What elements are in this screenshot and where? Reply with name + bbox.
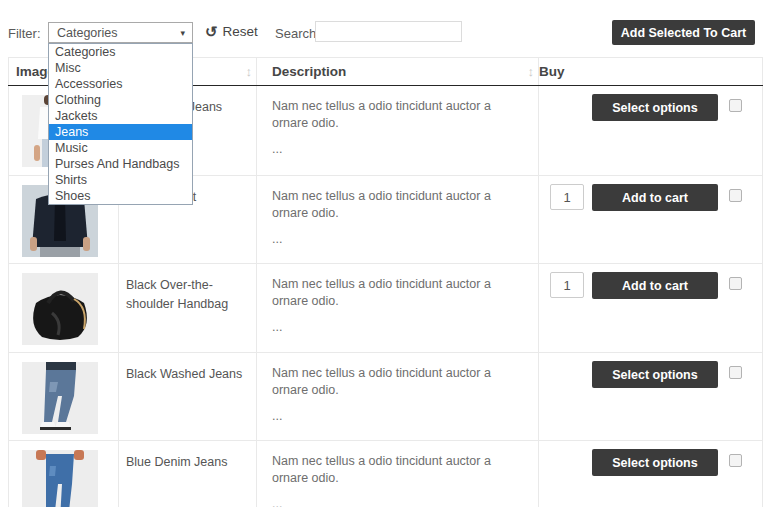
product-description: Nam nec tellus a odio tincidunt auctor a… bbox=[257, 264, 539, 353]
quantity-input[interactable] bbox=[550, 272, 584, 298]
select-product-checkbox[interactable] bbox=[729, 189, 742, 202]
dropdown-option-purses-and-handbags[interactable]: Purses And Handbags bbox=[49, 156, 192, 172]
select-product-checkbox[interactable] bbox=[729, 366, 742, 379]
buy-cell: Select options bbox=[539, 441, 763, 507]
select-options-button[interactable]: Select options bbox=[592, 94, 718, 121]
category-filter-select[interactable]: Categories ▾ bbox=[48, 22, 193, 43]
dropdown-option-shirts[interactable]: Shirts bbox=[49, 172, 192, 188]
product-image-cell bbox=[9, 264, 119, 353]
dropdown-option-clothing[interactable]: Clothing bbox=[49, 92, 192, 108]
dropdown-option-jackets[interactable]: Jackets bbox=[49, 108, 192, 124]
product-image-black-handbag bbox=[22, 273, 98, 345]
select-product-checkbox[interactable] bbox=[729, 99, 742, 112]
table-row: Blue Denim Jeans Nam nec tellus a odio t… bbox=[9, 441, 763, 507]
buy-cell: Select options bbox=[539, 353, 763, 441]
product-name: Blue Denim Jeans bbox=[119, 441, 257, 507]
add-to-cart-button[interactable]: Add to cart bbox=[592, 184, 718, 211]
reset-button[interactable]: ↺ Reset bbox=[205, 24, 258, 39]
select-product-checkbox[interactable] bbox=[729, 277, 742, 290]
dropdown-option-jeans[interactable]: Jeans bbox=[49, 124, 192, 140]
product-description: Nam nec tellus a odio tincidunt auctor a… bbox=[257, 176, 539, 264]
product-description: Nam nec tellus a odio tincidunt auctor a… bbox=[257, 353, 539, 441]
select-options-button[interactable]: Select options bbox=[592, 449, 718, 476]
product-image-cell bbox=[9, 353, 119, 441]
product-image-washed-jeans bbox=[22, 362, 98, 434]
category-select-value: Categories bbox=[57, 26, 180, 40]
select-options-button[interactable]: Select options bbox=[592, 361, 718, 388]
buy-cell: Select options bbox=[539, 86, 763, 176]
product-description: Nam nec tellus a odio tincidunt auctor a… bbox=[257, 441, 539, 507]
sort-icon[interactable]: ↕ bbox=[246, 64, 253, 79]
add-to-cart-button[interactable]: Add to cart bbox=[592, 272, 718, 299]
product-name: Black Washed Jeans bbox=[119, 353, 257, 441]
filter-label: Filter: bbox=[8, 26, 41, 41]
select-product-checkbox[interactable] bbox=[729, 454, 742, 467]
quantity-input[interactable] bbox=[550, 184, 584, 210]
dropdown-option-categories[interactable]: Categories bbox=[49, 44, 192, 60]
product-description: Nam nec tellus a odio tincidunt auctor a… bbox=[257, 86, 539, 176]
dropdown-option-accessories[interactable]: Accessories bbox=[49, 76, 192, 92]
product-table-page: Filter: Categories ▾ ↺ Reset Search: Add… bbox=[0, 0, 770, 507]
search-input[interactable] bbox=[315, 21, 462, 42]
product-name: Black Over-the-shoulder Handbag bbox=[119, 264, 257, 353]
product-image-blue-jeans bbox=[22, 450, 98, 507]
product-image-cell bbox=[9, 441, 119, 507]
category-dropdown-list: Categories Misc Accessories Clothing Jac… bbox=[48, 43, 193, 205]
dropdown-option-shoes[interactable]: Shoes bbox=[49, 188, 192, 204]
column-header-buy: Buy bbox=[539, 58, 763, 86]
table-row: Black Washed Jeans Nam nec tellus a odio… bbox=[9, 353, 763, 441]
undo-icon: ↺ bbox=[205, 24, 218, 39]
add-selected-to-cart-button[interactable]: Add Selected To Cart bbox=[612, 20, 755, 45]
table-row: Black Over-the-shoulder Handbag Nam nec … bbox=[9, 264, 763, 353]
search-label: Search: bbox=[275, 26, 320, 41]
sort-icon[interactable]: ↕ bbox=[528, 64, 535, 79]
buy-cell: Add to cart bbox=[539, 176, 763, 264]
chevron-down-icon: ▾ bbox=[180, 28, 185, 38]
column-header-description[interactable]: ↕Description bbox=[257, 58, 539, 86]
reset-label: Reset bbox=[223, 24, 258, 39]
buy-cell: Add to cart bbox=[539, 264, 763, 353]
dropdown-option-music[interactable]: Music bbox=[49, 140, 192, 156]
dropdown-option-misc[interactable]: Misc bbox=[49, 60, 192, 76]
